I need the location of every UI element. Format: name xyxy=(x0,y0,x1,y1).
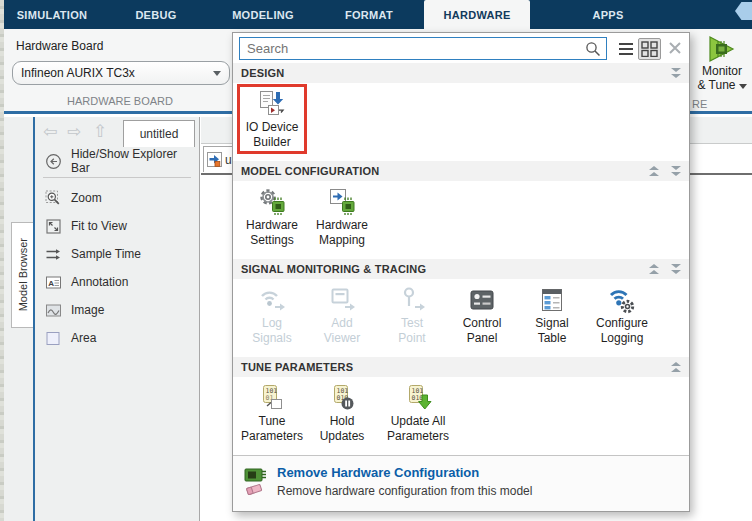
gallery-item-label: Mapping xyxy=(309,233,375,248)
image-icon xyxy=(45,302,62,319)
gallery-section-header: DESIGN xyxy=(233,63,689,83)
up-arrow-icon[interactable]: ⇧ xyxy=(93,121,107,142)
gallery-section-body: HardwareSettings HardwareMapping xyxy=(233,181,689,259)
gallery-item-label: Hardware xyxy=(309,218,375,233)
gallery-item-label: Signal xyxy=(519,316,585,331)
model-browser-tab[interactable]: Model Browser xyxy=(11,222,33,328)
gallery-item-label: Panel xyxy=(449,331,515,346)
hardware-mapping-icon xyxy=(326,186,358,218)
explorer-item-zoom[interactable]: Zoom xyxy=(35,184,199,212)
gallery-item-label: Control xyxy=(449,316,515,331)
gallery-search-input[interactable] xyxy=(239,37,607,60)
gallery-item-label: Parameters xyxy=(379,429,457,444)
gallery-section-title: SIGNAL MONITORING & TRACING xyxy=(241,263,637,275)
simulink-model-icon xyxy=(207,152,222,167)
explorer-item-fit-to-view[interactable]: Fit to View xyxy=(35,212,199,240)
explorer-item-area[interactable]: Area xyxy=(35,324,199,352)
gallery-item-tune-parameters[interactable]: 101 01 TuneParameters xyxy=(239,380,305,444)
chevron-down-icon xyxy=(739,84,747,89)
ribbon-tab-apps[interactable]: APPS xyxy=(548,0,668,29)
gallery-item-add-viewer: AddViewer xyxy=(309,282,375,346)
gallery-item-label: Log xyxy=(239,316,305,331)
hardware-board-label: Hardware Board xyxy=(16,39,103,53)
sample-time-icon xyxy=(45,246,62,263)
gallery-item-label: Test xyxy=(379,316,445,331)
remove-hardware-icon xyxy=(243,466,271,496)
remove-hardware-configuration-link[interactable]: Remove Hardware Configuration xyxy=(277,465,479,480)
gallery-item-hardware-mapping[interactable]: HardwareMapping xyxy=(309,184,375,248)
zoom-icon xyxy=(45,190,62,207)
update-all-parameters-icon: 101 010 xyxy=(402,382,434,414)
gallery-item-label: Configure xyxy=(589,316,655,331)
explorer-item-label: Zoom xyxy=(71,191,102,205)
collapse-section-icon[interactable] xyxy=(671,68,681,78)
annotation-icon: A xyxy=(45,274,62,291)
back-arrow-icon[interactable]: ⇦ xyxy=(43,121,57,142)
explorer-item-label: Hide/Show Explorer Bar xyxy=(71,147,199,175)
gallery-item-io-device-builder[interactable]: IO DeviceBuilder xyxy=(239,86,305,152)
gallery-section-tune-parameters: TUNE PARAMETERS 101 01 TuneParameters 10… xyxy=(233,357,689,455)
ribbon-tab-format[interactable]: FORMAT xyxy=(314,0,424,29)
expand-section-icon[interactable] xyxy=(649,264,659,274)
gallery-item-label: Add xyxy=(309,316,375,331)
collapse-section-icon[interactable] xyxy=(671,264,681,274)
explorer-bar-panel: ⇦ ⇨ ⇧ untitled Hide/Show Explorer Bar Zo… xyxy=(35,117,200,521)
gallery-section-body: 101 01 TuneParameters 101 010 HoldUpdate… xyxy=(233,377,689,455)
hardware-board-select[interactable]: Infineon AURIX TC3x xyxy=(12,61,230,85)
expand-section-icon[interactable] xyxy=(649,166,659,176)
signal-table-icon xyxy=(536,284,568,316)
expand-section-icon[interactable] xyxy=(671,362,681,372)
gallery-item-control-panel[interactable]: ControlPanel xyxy=(449,282,515,346)
hold-updates-icon: 101 010 xyxy=(326,382,358,414)
gallery-section-body: IO DeviceBuilder xyxy=(233,83,689,161)
gallery-section-title: MODEL CONFIGURATION xyxy=(241,165,637,177)
control-panel-icon xyxy=(466,284,498,316)
close-icon[interactable] xyxy=(667,40,683,56)
explorer-separator xyxy=(43,177,191,178)
gallery-item-label: Settings xyxy=(239,233,305,248)
explorer-item-label: Image xyxy=(71,303,104,317)
gallery-item-hardware-settings[interactable]: HardwareSettings xyxy=(239,184,305,248)
explorer-item-sample-time[interactable]: Sample Time xyxy=(35,240,199,268)
gallery-item-update-all-parameters[interactable]: 101 010 Update AllParameters xyxy=(379,380,457,444)
gallery-section-model-configuration: MODEL CONFIGURATION HardwareSettings Har… xyxy=(233,161,689,259)
test-point-icon xyxy=(396,284,428,316)
gallery-item-configure-logging[interactable]: ConfigureLogging xyxy=(589,282,655,346)
explorer-tab-untitled[interactable]: untitled xyxy=(123,120,195,147)
gallery-item-label: IO Device xyxy=(239,120,305,135)
ribbon-tab-simulation[interactable]: SIMULATION xyxy=(4,0,100,29)
gallery-section-signal-monitoring-tracing: SIGNAL MONITORING & TRACING LogSignals A… xyxy=(233,259,689,357)
add-viewer-icon xyxy=(326,284,358,316)
gallery-item-hold-updates[interactable]: 101 010 HoldUpdates xyxy=(309,380,375,444)
area-icon xyxy=(45,330,62,347)
gallery-search-row xyxy=(233,33,689,63)
gallery-section-header: MODEL CONFIGURATION xyxy=(233,161,689,181)
list-view-button[interactable] xyxy=(616,39,636,59)
grid-view-button[interactable] xyxy=(638,38,661,60)
ribbon-tab-hardware[interactable]: HARDWARE xyxy=(424,0,530,29)
gallery-section-design: DESIGN IO DeviceBuilder xyxy=(233,63,689,161)
gallery-item-label: Builder xyxy=(239,135,305,150)
gallery-section-header: SIGNAL MONITORING & TRACING xyxy=(233,259,689,279)
explorer-item-image[interactable]: Image xyxy=(35,296,199,324)
hardware-group-label-partial: RE xyxy=(692,98,707,110)
ribbon-tab-modeling[interactable]: MODELING xyxy=(212,0,314,29)
tune-parameters-icon: 101 01 xyxy=(256,382,288,414)
gallery-item-label: Parameters xyxy=(239,429,305,444)
explorer-item-annotation[interactable]: A Annotation xyxy=(35,268,199,296)
ribbon-tab-bar: SIMULATIONDEBUGMODELINGFORMATHARDWAREAPP… xyxy=(4,0,752,29)
forward-arrow-icon[interactable]: ⇨ xyxy=(67,121,81,142)
gallery-item-label: Viewer xyxy=(309,331,375,346)
gallery-section-body: LogSignals AddViewer TestPoint ControlPa… xyxy=(233,279,689,357)
explorer-tab-row: ⇦ ⇨ ⇧ untitled xyxy=(35,117,199,147)
hide-show-explorer-icon xyxy=(45,153,62,170)
monitor-tune-icon xyxy=(707,35,737,63)
explorer-item-hide-show-explorer-bar[interactable]: Hide/Show Explorer Bar xyxy=(35,147,199,175)
gallery-item-label: Updates xyxy=(309,429,375,444)
ribbon-tab-debug[interactable]: DEBUG xyxy=(100,0,212,29)
hardware-gallery-popup: DESIGN IO DeviceBuilder MODEL CONFIGURAT… xyxy=(232,32,690,512)
collapse-section-icon[interactable] xyxy=(671,166,681,176)
explorer-item-label: Fit to View xyxy=(71,219,127,233)
gallery-section-header: TUNE PARAMETERS xyxy=(233,357,689,377)
gallery-item-signal-table[interactable]: SignalTable xyxy=(519,282,585,346)
